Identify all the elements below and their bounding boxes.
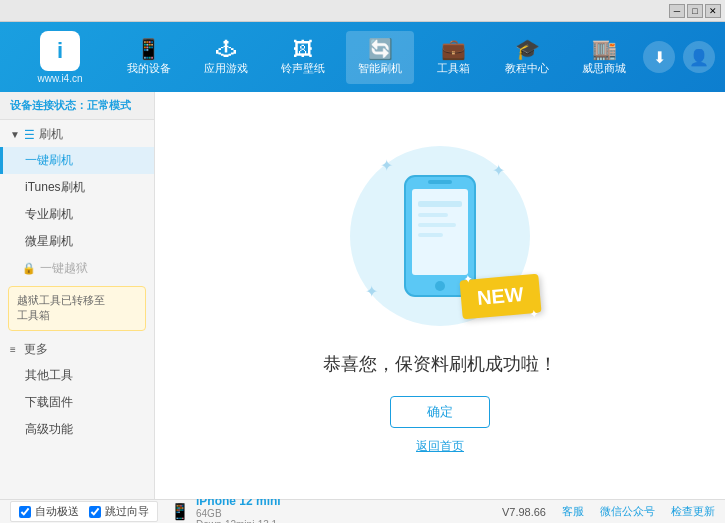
- nav-label-apps-games: 应用游戏: [204, 61, 248, 76]
- bottom-bar: 自动极送 跳过向导 📱 iPhone 12 mini 64GB Down-12m…: [0, 499, 725, 523]
- nav-label-store: 威思商城: [582, 61, 626, 76]
- ringtone-icon: 🖼: [293, 39, 313, 59]
- info-box: 越狱工具已转移至工具箱: [8, 286, 146, 331]
- svg-rect-3: [428, 180, 452, 184]
- one-click-flash-label: 一键刷机: [25, 153, 73, 167]
- svg-rect-6: [418, 223, 456, 227]
- back-link[interactable]: 返回首页: [416, 438, 464, 455]
- header: i www.i4.cn 📱 我的设备 🕹 应用游戏 🖼 铃声壁纸 🔄 智能刷机 …: [0, 22, 725, 92]
- recovery-flash-label: 微星刷机: [25, 234, 73, 248]
- download-firmware-label: 下载固件: [25, 395, 73, 409]
- nav-item-my-device[interactable]: 📱 我的设备: [115, 31, 183, 84]
- svg-point-2: [435, 281, 445, 291]
- sidebar-item-download-firmware[interactable]: 下载固件: [0, 389, 154, 416]
- lock-icon: 🔒: [22, 262, 36, 275]
- sparkle-icon-3: ✦: [365, 282, 378, 301]
- connection-status: 设备连接状态：正常模式: [0, 92, 154, 120]
- success-text: 恭喜您，保资料刷机成功啦！: [323, 352, 557, 376]
- logo-area: i www.i4.cn: [10, 31, 110, 84]
- wechat-official-link[interactable]: 微信公众号: [600, 504, 655, 519]
- skip-wizard-label: 跳过向导: [105, 504, 149, 519]
- phone-illustration: ✦ ✦ ✦ NEW: [330, 136, 550, 336]
- phone-icon: 📱: [136, 39, 161, 59]
- download-button[interactable]: ⬇: [643, 41, 675, 73]
- main-area: 设备连接状态：正常模式 ▼ ☰ 刷机 一键刷机 iTunes刷机 专业刷机 微星…: [0, 92, 725, 499]
- auto-send-input[interactable]: [19, 506, 31, 518]
- sidebar-item-advanced[interactable]: 高级功能: [0, 416, 154, 443]
- maximize-button[interactable]: □: [687, 4, 703, 18]
- sparkle-icon-1: ✦: [380, 156, 393, 175]
- sidebar-item-itunes-flash[interactable]: iTunes刷机: [0, 174, 154, 201]
- advanced-label: 高级功能: [25, 422, 73, 436]
- bottom-right: V7.98.66 客服 微信公众号 检查更新: [502, 504, 715, 519]
- skip-wizard-input[interactable]: [89, 506, 101, 518]
- tutorial-icon: 🎓: [515, 39, 540, 59]
- nav-label-tutorial: 教程中心: [505, 61, 549, 76]
- toolbox-icon: 💼: [441, 39, 466, 59]
- svg-rect-7: [418, 233, 443, 237]
- pro-flash-label: 专业刷机: [25, 207, 73, 221]
- flash-section-icon: ☰: [24, 128, 35, 142]
- sidebar-item-other-tools[interactable]: 其他工具: [0, 362, 154, 389]
- minimize-button[interactable]: ─: [669, 4, 685, 18]
- skip-wizard-checkbox[interactable]: 跳过向导: [89, 504, 149, 519]
- svg-rect-4: [418, 201, 462, 207]
- nav-item-tutorial[interactable]: 🎓 教程中心: [493, 31, 561, 84]
- nav-item-apps-games[interactable]: 🕹 应用游戏: [192, 31, 260, 84]
- nav-item-store[interactable]: 🏬 威思商城: [570, 31, 638, 84]
- games-icon: 🕹: [216, 39, 236, 59]
- content-area: ✦ ✦ ✦ NEW 恭喜您，保资料刷机成功啦！: [155, 92, 725, 499]
- device-icon: 📱: [170, 502, 190, 521]
- nav-label-my-device: 我的设备: [127, 61, 171, 76]
- window-controls[interactable]: ─ □ ✕: [669, 4, 721, 18]
- nav-item-smart-flash[interactable]: 🔄 智能刷机: [346, 31, 414, 84]
- status-value: 正常模式: [87, 99, 131, 111]
- svg-rect-5: [418, 213, 448, 217]
- sparkle-icon-2: ✦: [492, 161, 505, 180]
- nav-bar: 📱 我的设备 🕹 应用游戏 🖼 铃声壁纸 🔄 智能刷机 💼 工具箱 🎓 教程中心…: [110, 22, 643, 92]
- more-section-label: 更多: [24, 341, 48, 358]
- sidebar: 设备连接状态：正常模式 ▼ ☰ 刷机 一键刷机 iTunes刷机 专业刷机 微星…: [0, 92, 155, 499]
- device-ios: Down-12mini-13,1: [196, 519, 281, 524]
- more-arrow-icon: ≡: [10, 344, 16, 355]
- info-text: 越狱工具已转移至工具箱: [17, 294, 105, 321]
- device-storage: 64GB: [196, 508, 281, 519]
- logo-subtitle: www.i4.cn: [37, 73, 82, 84]
- sidebar-item-recovery-flash[interactable]: 微星刷机: [0, 228, 154, 255]
- locked-label: 一键越狱: [40, 260, 88, 277]
- check-update-link[interactable]: 检查更新: [671, 504, 715, 519]
- nav-label-ringtone: 铃声壁纸: [281, 61, 325, 76]
- flash-section-label: 刷机: [39, 126, 63, 143]
- arrow-icon: ▼: [10, 129, 20, 140]
- user-button[interactable]: 👤: [683, 41, 715, 73]
- header-actions: ⬇ 👤: [643, 41, 715, 73]
- logo-icon: i: [40, 31, 80, 71]
- other-tools-label: 其他工具: [25, 368, 73, 382]
- nav-item-toolbox[interactable]: 💼 工具箱: [424, 31, 484, 84]
- customer-service-link[interactable]: 客服: [562, 504, 584, 519]
- sidebar-locked-section: 🔒 一键越狱: [0, 255, 154, 282]
- title-bar: ─ □ ✕: [0, 0, 725, 22]
- confirm-button[interactable]: 确定: [390, 396, 490, 428]
- version-text: V7.98.66: [502, 506, 546, 518]
- nav-item-ringtone[interactable]: 🖼 铃声壁纸: [269, 31, 337, 84]
- flash-icon: 🔄: [368, 39, 393, 59]
- sidebar-section-more[interactable]: ≡ 更多: [0, 335, 154, 362]
- itunes-flash-label: iTunes刷机: [25, 180, 85, 194]
- auto-send-label: 自动极送: [35, 504, 79, 519]
- auto-send-checkbox[interactable]: 自动极送: [19, 504, 79, 519]
- status-label: 设备连接状态：: [10, 99, 87, 111]
- sidebar-item-one-click-flash[interactable]: 一键刷机: [0, 147, 154, 174]
- close-button[interactable]: ✕: [705, 4, 721, 18]
- nav-label-smart-flash: 智能刷机: [358, 61, 402, 76]
- nav-label-toolbox: 工具箱: [437, 61, 470, 76]
- new-badge: NEW: [460, 274, 542, 320]
- sidebar-section-flash[interactable]: ▼ ☰ 刷机: [0, 120, 154, 147]
- store-icon: 🏬: [592, 39, 617, 59]
- sidebar-item-pro-flash[interactable]: 专业刷机: [0, 201, 154, 228]
